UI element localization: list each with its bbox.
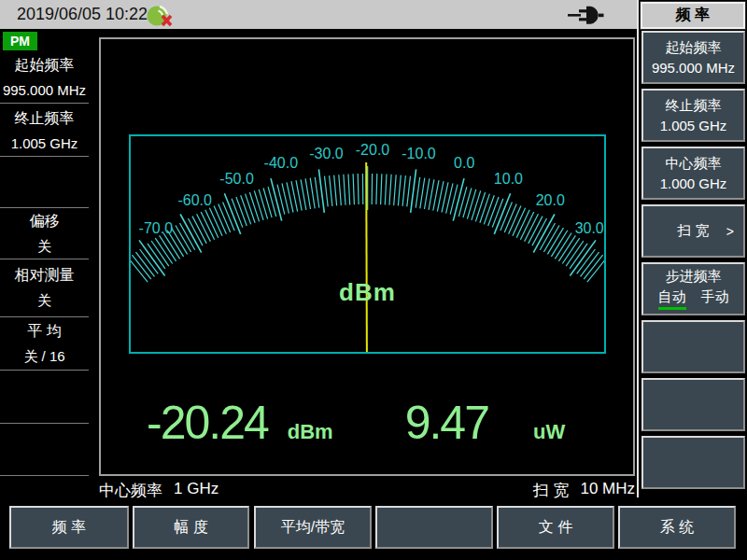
softkey-stop-frequency[interactable]: 终止频率 1.005 GHz [641,89,745,142]
status-label: 中心频率 [99,480,162,501]
menu-system[interactable]: 系 统 [618,506,736,549]
param-label: 起始频率 [15,56,75,76]
status-value: 1 GHz [174,480,218,501]
svg-text:-40.0: -40.0 [264,155,299,171]
center-frequency-status: 中心频率 1 GHz [99,480,218,501]
softkey-empty-3[interactable] [641,436,745,489]
softkey-start-frequency[interactable]: 起始频率 995.000 MHz [641,31,745,84]
power-unit-dbm: dBm [288,420,333,444]
param-label: 平 均 [27,322,61,342]
svg-text:-20.0: -20.0 [356,142,390,158]
softkey-label: 中心频率 [666,155,722,173]
status-label: 扫 宽 [533,480,570,501]
power-unit-watt: uW [533,420,565,444]
param-average: 平 均 关 / 16 [0,317,89,371]
softkey-value: 995.000 MHz [652,60,735,76]
param-value: 1.005 GHz [11,135,78,151]
svg-text:20.0: 20.0 [536,192,565,208]
softkey-empty-1[interactable] [641,320,745,373]
meter-needle [366,162,367,352]
param-label: 终止频率 [15,109,75,129]
svg-text:-70.0: -70.0 [139,220,174,236]
softkey-label: 扫 宽 [677,222,709,240]
analog-meter: -70.0-60.0-50.0-40.0-30.0-20.0-10.00.010… [129,134,606,354]
svg-text:-10.0: -10.0 [402,146,436,161]
datetime-text: 2019/06/05 10:22 [17,5,148,24]
param-value: 关 [37,238,51,256]
meter-unit-label: dBm [131,278,604,307]
menu-frequency[interactable]: 频 率 [9,506,129,549]
softkey-column: 起始频率 995.000 MHz 终止频率 1.005 GHz 中心频率 1.0… [641,31,745,489]
param-offset: 偏移 关 [0,208,89,259]
status-row: 中心频率 1 GHz 扫 宽 10 MHz [99,480,635,501]
mode-badge: PM [3,32,37,50]
bottom-menu-bar: 频 率 幅 度 平均/带宽 文 件 系 统 [0,502,747,560]
power-readout: -20.24 dBm 9.47 uW [147,396,565,450]
softkey-value: 1.005 GHz [660,118,727,133]
ac-power-plug-icon [568,5,605,26]
softkey-value: 1.000 GHz [660,175,727,191]
softkey-label: 终止频率 [666,97,722,115]
softkey-empty-2[interactable] [641,378,745,431]
param-label: 偏移 [30,212,60,231]
softkey-step-frequency[interactable]: 步进频率 自动 手动 [641,262,745,315]
submenu-arrow-icon: > [726,224,734,239]
param-label: 相对测量 [15,266,75,286]
svg-text:-60.0: -60.0 [177,192,212,208]
power-value-watt: 9.47 [405,396,488,450]
svg-text:10.0: 10.0 [494,171,523,187]
param-empty-2 [0,371,89,424]
softkey-center-frequency[interactable]: 中心频率 1.000 GHz [641,147,745,200]
softkey-span[interactable]: 扫 宽 > [641,204,745,258]
param-empty-1 [0,157,89,208]
menu-empty[interactable] [375,506,493,549]
instrument-screen: 2019/06/05 10:22 频 率 起始频率 995.000 MHz [0,0,747,560]
svg-text:30.0: 30.0 [575,220,604,236]
param-value: 关 / 16 [23,348,64,366]
menu-title: 频 率 [641,2,745,29]
param-stop-frequency: 终止频率 1.005 GHz [0,104,89,157]
menu-amplitude[interactable]: 幅 度 [133,506,249,549]
power-value-dbm: -20.24 [147,396,268,450]
softkey-label: 步进频率 [666,268,722,286]
menu-file[interactable]: 文 件 [497,506,614,549]
svg-text:-50.0: -50.0 [219,171,254,187]
gps-no-signal-icon [146,2,177,28]
svg-text:-30.0: -30.0 [309,146,344,161]
sidebar-divider [637,0,639,497]
parameter-panel: PM 起始频率 995.000 MHz 终止频率 1.005 GHz 偏移 关 … [0,29,90,476]
param-value: 995.000 MHz [3,82,86,98]
param-empty-3 [0,424,89,476]
softkey-label: 起始频率 [666,39,722,57]
step-mode-auto[interactable]: 自动 [658,288,686,310]
param-relative-measure: 相对测量 关 [0,259,89,317]
menu-average-bandwidth[interactable]: 平均/带宽 [254,506,372,549]
status-value: 10 MHz [580,480,635,501]
step-mode-manual[interactable]: 手动 [701,288,729,310]
span-status: 扫 宽 10 MHz [533,480,635,501]
top-status-bar: 2019/06/05 10:22 [0,0,637,29]
param-value: 关 [37,292,51,310]
svg-text:0.0: 0.0 [454,155,474,171]
meter-scale: -70.0-60.0-50.0-40.0-30.0-20.0-10.00.010… [131,136,604,352]
measurement-display: -70.0-60.0-50.0-40.0-30.0-20.0-10.00.010… [99,37,635,476]
